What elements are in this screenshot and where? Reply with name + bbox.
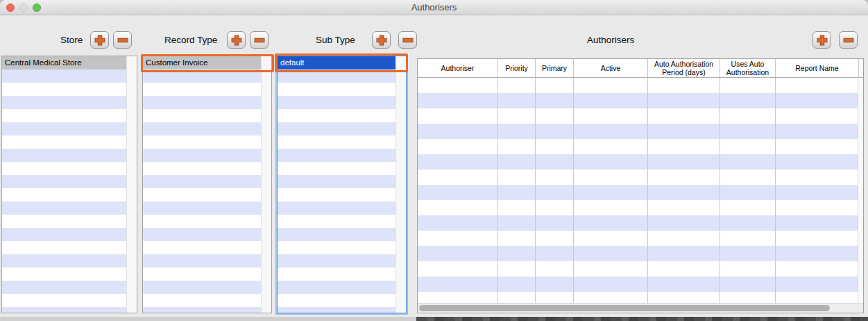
table-cell	[418, 124, 498, 139]
table-cell	[776, 108, 858, 124]
table-cell	[418, 154, 498, 170]
list-row-empty	[278, 268, 395, 281]
table-cell	[498, 231, 536, 246]
list-row-empty	[143, 135, 261, 149]
table-row[interactable]	[418, 154, 858, 170]
table-cell	[648, 185, 720, 200]
authorisers-table-header: AuthoriserPriorityPrimaryActiveAuto Auth…	[418, 59, 863, 78]
store-list[interactable]: Central Medical Store	[1, 56, 137, 313]
sub-type-add-button[interactable]	[372, 31, 391, 49]
table-cell	[776, 185, 858, 200]
horizontal-scrollbar[interactable]	[418, 303, 863, 313]
table-row[interactable]	[418, 185, 858, 200]
table-cell	[720, 124, 776, 139]
plus-icon	[817, 35, 828, 46]
store-list-scrollbar[interactable]	[126, 56, 137, 313]
table-row[interactable]	[418, 139, 858, 154]
record-type-add-button[interactable]	[227, 31, 246, 49]
table-row[interactable]	[418, 93, 858, 108]
list-row-empty	[278, 96, 395, 109]
table-row[interactable]	[418, 215, 858, 231]
list-row-empty	[143, 254, 261, 268]
record-type-list-scrollbar[interactable]	[261, 56, 271, 313]
column-header: Uses Auto Authorisation	[720, 59, 776, 77]
authorisers-remove-button[interactable]	[839, 31, 858, 49]
table-row[interactable]	[418, 170, 858, 185]
table-row[interactable]	[418, 231, 858, 246]
table-cell	[648, 246, 720, 261]
list-row-empty	[143, 307, 261, 313]
table-cell	[536, 185, 574, 200]
list-row-empty	[278, 228, 395, 241]
table-cell	[498, 124, 536, 139]
titlebar: Authorisers	[0, 0, 868, 15]
record-type-remove-button[interactable]	[250, 31, 269, 49]
table-row[interactable]	[418, 108, 858, 124]
window-bottom-edge	[0, 317, 416, 321]
sub-type-list[interactable]: default	[277, 56, 407, 313]
table-cell	[418, 200, 498, 215]
column-header: Priority	[498, 59, 536, 77]
table-cell	[574, 185, 648, 200]
table-row[interactable]	[418, 124, 858, 139]
list-row-empty	[2, 241, 126, 254]
list-item[interactable]: default	[278, 56, 395, 69]
table-cell	[648, 78, 720, 93]
table-cell	[776, 246, 858, 261]
table-cell	[648, 124, 720, 139]
list-row-empty	[2, 254, 126, 268]
sub-type-remove-button[interactable]	[398, 31, 417, 49]
table-cell	[720, 277, 776, 292]
authorisers-table[interactable]: AuthoriserPriorityPrimaryActiveAuto Auth…	[417, 58, 864, 313]
table-cell	[720, 78, 776, 93]
list-row-empty	[143, 122, 261, 135]
vertical-scrollbar[interactable]	[858, 78, 863, 303]
table-cell	[574, 246, 648, 261]
table-cell	[498, 185, 536, 200]
table-cell	[418, 231, 498, 246]
table-row[interactable]	[418, 292, 858, 303]
table-cell	[574, 277, 648, 292]
list-row-empty	[278, 188, 395, 201]
table-cell	[648, 215, 720, 231]
list-row-empty	[2, 175, 126, 188]
list-row-empty	[143, 96, 261, 109]
table-cell	[418, 78, 498, 93]
horizontal-scrollbar-thumb[interactable]	[419, 305, 830, 311]
table-row[interactable]	[418, 200, 858, 215]
list-row-empty	[2, 281, 126, 294]
table-cell	[574, 108, 648, 124]
table-cell	[498, 200, 536, 215]
table-cell	[720, 139, 776, 154]
list-row-empty	[2, 188, 126, 201]
table-cell	[574, 215, 648, 231]
record-type-list[interactable]: Customer Invoice	[142, 56, 272, 313]
table-row[interactable]	[418, 261, 858, 277]
table-row[interactable]	[418, 78, 858, 93]
table-cell	[498, 292, 536, 303]
table-cell	[536, 170, 574, 185]
list-row-empty	[143, 149, 261, 162]
record-type-label: Record Type	[164, 35, 217, 45]
table-cell	[498, 93, 536, 108]
table-row[interactable]	[418, 246, 858, 261]
list-row-empty	[278, 69, 395, 83]
store-add-button[interactable]	[90, 31, 109, 49]
table-row[interactable]	[418, 277, 858, 292]
list-row-empty	[143, 69, 261, 83]
plus-icon	[94, 35, 105, 46]
list-row-empty	[2, 294, 126, 307]
sub-type-list-scrollbar[interactable]	[395, 56, 406, 313]
list-item[interactable]: Customer Invoice	[143, 56, 261, 69]
list-row-empty	[2, 268, 126, 281]
plus-icon	[376, 35, 387, 46]
sub-type-label: Sub Type	[316, 35, 355, 45]
list-row-empty	[278, 294, 395, 307]
list-row-empty	[2, 201, 126, 215]
list-item[interactable]: Central Medical Store	[2, 56, 126, 69]
store-remove-button[interactable]	[113, 31, 132, 49]
authorisers-add-button[interactable]	[812, 31, 831, 49]
table-cell	[536, 108, 574, 124]
authorisers-label: Authorisers	[587, 35, 634, 45]
record-type-list-rows: Customer Invoice	[143, 56, 261, 313]
